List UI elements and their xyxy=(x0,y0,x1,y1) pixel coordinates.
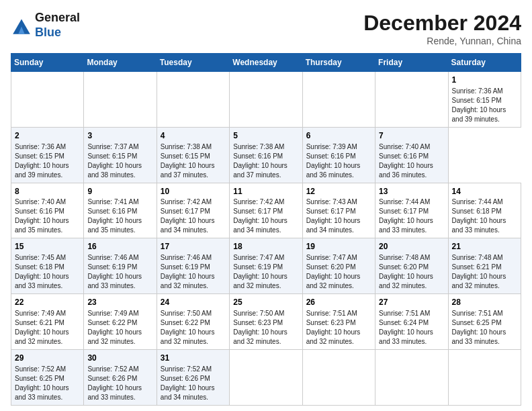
col-sunday: Sunday xyxy=(11,54,84,72)
logo-icon xyxy=(11,15,32,36)
table-cell: 19Sunrise: 7:47 AM Sunset: 6:20 PM Dayli… xyxy=(302,238,375,294)
cell-info: Sunrise: 7:36 AM Sunset: 6:15 PM Dayligh… xyxy=(15,142,80,180)
calendar-header-row: Sunday Monday Tuesday Wednesday Thursday… xyxy=(11,54,521,72)
day-number: 6 xyxy=(306,130,371,142)
cell-info: Sunrise: 7:38 AM Sunset: 6:16 PM Dayligh… xyxy=(233,142,298,180)
table-cell: 21Sunrise: 7:48 AM Sunset: 6:21 PM Dayli… xyxy=(448,238,521,294)
cell-info: Sunrise: 7:49 AM Sunset: 6:21 PM Dayligh… xyxy=(15,309,80,347)
col-tuesday: Tuesday xyxy=(157,54,229,72)
calendar-table: Sunday Monday Tuesday Wednesday Thursday… xyxy=(11,53,521,406)
day-number: 11 xyxy=(233,186,298,197)
calendar-week-5: 22Sunrise: 7:49 AM Sunset: 6:21 PM Dayli… xyxy=(11,294,521,350)
cell-info: Sunrise: 7:40 AM Sunset: 6:16 PM Dayligh… xyxy=(379,142,444,180)
cell-info: Sunrise: 7:37 AM Sunset: 6:15 PM Dayligh… xyxy=(87,142,152,180)
table-cell: 14Sunrise: 7:44 AM Sunset: 6:18 PM Dayli… xyxy=(448,183,521,238)
cell-info: Sunrise: 7:52 AM Sunset: 6:25 PM Dayligh… xyxy=(15,365,80,402)
day-number: 13 xyxy=(379,186,444,197)
cell-info: Sunrise: 7:39 AM Sunset: 6:16 PM Dayligh… xyxy=(306,142,371,180)
table-cell: 10Sunrise: 7:42 AM Sunset: 6:17 PM Dayli… xyxy=(157,183,229,238)
table-cell: 7Sunrise: 7:40 AM Sunset: 6:16 PM Daylig… xyxy=(375,127,448,183)
day-number: 17 xyxy=(161,241,226,253)
cell-info: Sunrise: 7:46 AM Sunset: 6:19 PM Dayligh… xyxy=(161,253,226,291)
cell-info: Sunrise: 7:51 AM Sunset: 6:23 PM Dayligh… xyxy=(306,309,371,347)
day-number: 1 xyxy=(452,75,517,86)
table-cell xyxy=(302,349,375,405)
calendar-week-2: 2Sunrise: 7:36 AM Sunset: 6:15 PM Daylig… xyxy=(11,127,521,183)
cell-info: Sunrise: 7:50 AM Sunset: 6:22 PM Dayligh… xyxy=(161,309,226,347)
day-number: 3 xyxy=(87,130,152,142)
cell-info: Sunrise: 7:40 AM Sunset: 6:16 PM Dayligh… xyxy=(15,197,80,235)
table-cell xyxy=(157,72,229,128)
cell-info: Sunrise: 7:46 AM Sunset: 6:19 PM Dayligh… xyxy=(87,253,152,291)
day-number: 12 xyxy=(306,186,371,197)
cell-info: Sunrise: 7:42 AM Sunset: 6:17 PM Dayligh… xyxy=(233,197,298,235)
table-cell: 8Sunrise: 7:40 AM Sunset: 6:16 PM Daylig… xyxy=(11,183,84,238)
cell-info: Sunrise: 7:47 AM Sunset: 6:20 PM Dayligh… xyxy=(306,253,371,291)
table-cell: 20Sunrise: 7:48 AM Sunset: 6:20 PM Dayli… xyxy=(375,238,448,294)
table-cell xyxy=(230,72,302,128)
day-number: 30 xyxy=(87,353,152,364)
day-number: 9 xyxy=(87,186,152,197)
page-header: General Blue December 2024 Rende, Yunnan… xyxy=(11,11,521,46)
day-number: 8 xyxy=(15,186,80,197)
table-cell: 12Sunrise: 7:43 AM Sunset: 6:17 PM Dayli… xyxy=(302,183,375,238)
cell-info: Sunrise: 7:42 AM Sunset: 6:17 PM Dayligh… xyxy=(161,197,226,235)
cell-info: Sunrise: 7:51 AM Sunset: 6:24 PM Dayligh… xyxy=(379,309,444,347)
cell-info: Sunrise: 7:36 AM Sunset: 6:15 PM Dayligh… xyxy=(452,87,517,124)
col-thursday: Thursday xyxy=(302,54,375,72)
logo-general: General xyxy=(35,11,80,26)
table-cell xyxy=(302,72,375,128)
cell-info: Sunrise: 7:44 AM Sunset: 6:18 PM Dayligh… xyxy=(452,197,517,235)
day-number: 21 xyxy=(452,241,517,253)
day-number: 7 xyxy=(379,130,444,142)
day-number: 27 xyxy=(379,297,444,308)
cell-info: Sunrise: 7:48 AM Sunset: 6:20 PM Dayligh… xyxy=(379,253,444,291)
table-cell: 25Sunrise: 7:50 AM Sunset: 6:23 PM Dayli… xyxy=(230,294,302,350)
day-number: 16 xyxy=(87,241,152,253)
day-number: 4 xyxy=(161,130,226,142)
table-cell: 9Sunrise: 7:41 AM Sunset: 6:16 PM Daylig… xyxy=(84,183,157,238)
calendar-week-6: 29Sunrise: 7:52 AM Sunset: 6:25 PM Dayli… xyxy=(11,349,521,405)
cell-info: Sunrise: 7:50 AM Sunset: 6:23 PM Dayligh… xyxy=(233,309,298,347)
table-cell: 31Sunrise: 7:52 AM Sunset: 6:26 PM Dayli… xyxy=(157,349,229,405)
cell-info: Sunrise: 7:52 AM Sunset: 6:26 PM Dayligh… xyxy=(87,365,152,402)
cell-info: Sunrise: 7:43 AM Sunset: 6:17 PM Dayligh… xyxy=(306,197,371,235)
table-cell: 29Sunrise: 7:52 AM Sunset: 6:25 PM Dayli… xyxy=(11,349,84,405)
table-cell: 27Sunrise: 7:51 AM Sunset: 6:24 PM Dayli… xyxy=(375,294,448,350)
day-number: 24 xyxy=(161,297,226,308)
day-number: 22 xyxy=(15,297,80,308)
day-number: 28 xyxy=(452,297,517,308)
table-cell: 3Sunrise: 7:37 AM Sunset: 6:15 PM Daylig… xyxy=(84,127,157,183)
col-friday: Friday xyxy=(375,54,448,72)
cell-info: Sunrise: 7:44 AM Sunset: 6:17 PM Dayligh… xyxy=(379,197,444,235)
day-number: 2 xyxy=(15,130,80,142)
col-saturday: Saturday xyxy=(448,54,521,72)
location: Rende, Yunnan, China xyxy=(363,36,521,46)
logo: General Blue xyxy=(11,11,80,40)
cell-info: Sunrise: 7:49 AM Sunset: 6:22 PM Dayligh… xyxy=(87,309,152,347)
table-cell: 6Sunrise: 7:39 AM Sunset: 6:16 PM Daylig… xyxy=(302,127,375,183)
calendar-week-1: 1Sunrise: 7:36 AM Sunset: 6:15 PM Daylig… xyxy=(11,72,521,128)
day-number: 18 xyxy=(233,241,298,253)
table-cell: 2Sunrise: 7:36 AM Sunset: 6:15 PM Daylig… xyxy=(11,127,84,183)
table-cell: 26Sunrise: 7:51 AM Sunset: 6:23 PM Dayli… xyxy=(302,294,375,350)
table-cell: 4Sunrise: 7:38 AM Sunset: 6:15 PM Daylig… xyxy=(157,127,229,183)
cell-info: Sunrise: 7:41 AM Sunset: 6:16 PM Dayligh… xyxy=(87,197,152,235)
table-cell xyxy=(375,72,448,128)
month-title: December 2024 xyxy=(363,11,521,36)
table-cell: 1Sunrise: 7:36 AM Sunset: 6:15 PM Daylig… xyxy=(448,72,521,128)
day-number: 20 xyxy=(379,241,444,253)
calendar-week-4: 15Sunrise: 7:45 AM Sunset: 6:18 PM Dayli… xyxy=(11,238,521,294)
day-number: 23 xyxy=(87,297,152,308)
table-cell xyxy=(84,72,157,128)
day-number: 31 xyxy=(161,353,226,364)
table-cell: 16Sunrise: 7:46 AM Sunset: 6:19 PM Dayli… xyxy=(84,238,157,294)
table-cell: 22Sunrise: 7:49 AM Sunset: 6:21 PM Dayli… xyxy=(11,294,84,350)
table-cell: 30Sunrise: 7:52 AM Sunset: 6:26 PM Dayli… xyxy=(84,349,157,405)
table-cell xyxy=(375,349,448,405)
table-cell: 18Sunrise: 7:47 AM Sunset: 6:19 PM Dayli… xyxy=(230,238,302,294)
calendar-week-3: 8Sunrise: 7:40 AM Sunset: 6:16 PM Daylig… xyxy=(11,183,521,238)
title-block: December 2024 Rende, Yunnan, China xyxy=(363,11,521,46)
day-number: 10 xyxy=(161,186,226,197)
table-cell: 17Sunrise: 7:46 AM Sunset: 6:19 PM Dayli… xyxy=(157,238,229,294)
